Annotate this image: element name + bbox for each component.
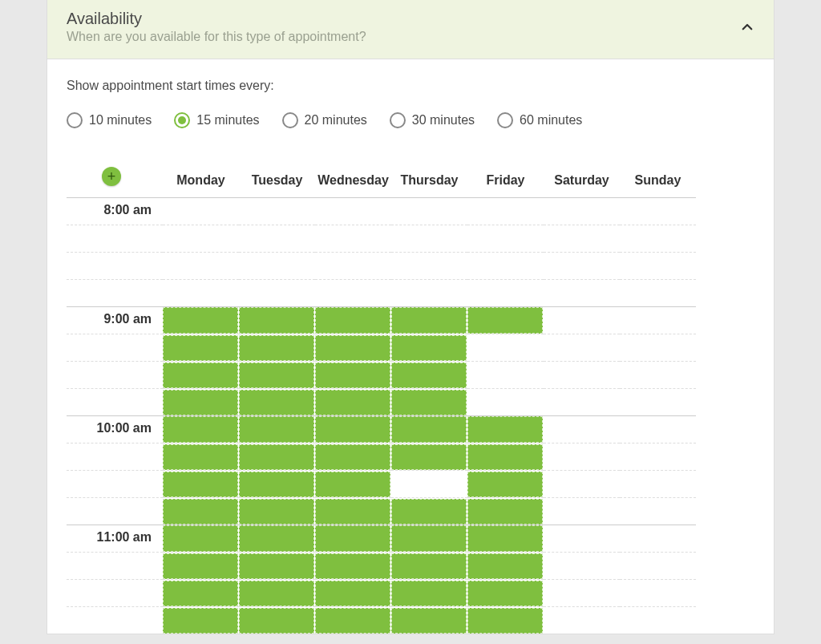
availability-slot[interactable]	[315, 415, 391, 443]
availability-slot[interactable]	[239, 252, 315, 279]
availability-slot[interactable]	[620, 334, 696, 361]
availability-slot[interactable]	[620, 552, 696, 579]
availability-slot[interactable]	[163, 525, 239, 552]
availability-slot[interactable]	[391, 225, 467, 252]
availability-slot[interactable]	[315, 306, 391, 334]
availability-slot[interactable]	[391, 252, 467, 279]
availability-slot[interactable]	[315, 225, 391, 252]
availability-slot[interactable]	[315, 361, 391, 388]
availability-slot[interactable]	[391, 525, 467, 552]
interval-radio-30-minutes[interactable]: 30 minutes	[390, 112, 475, 128]
availability-slot[interactable]	[315, 497, 391, 525]
availability-slot[interactable]	[391, 497, 467, 525]
availability-slot[interactable]	[391, 552, 467, 579]
availability-slot[interactable]	[391, 606, 467, 634]
availability-slot[interactable]	[239, 552, 315, 579]
availability-slot[interactable]	[163, 415, 239, 443]
availability-slot[interactable]	[239, 525, 315, 552]
availability-slot[interactable]	[467, 361, 544, 388]
availability-slot[interactable]	[620, 415, 696, 443]
availability-slot[interactable]	[467, 606, 544, 634]
availability-slot[interactable]	[620, 579, 696, 606]
availability-slot[interactable]	[544, 470, 620, 497]
availability-slot[interactable]	[467, 497, 544, 525]
availability-slot[interactable]	[239, 334, 315, 361]
availability-slot[interactable]	[391, 197, 467, 225]
availability-slot[interactable]	[620, 361, 696, 388]
availability-slot[interactable]	[544, 225, 620, 252]
availability-slot[interactable]	[544, 525, 620, 552]
availability-slot[interactable]	[315, 197, 391, 225]
interval-radio-15-minutes[interactable]: 15 minutes	[174, 112, 259, 128]
availability-slot[interactable]	[163, 443, 239, 470]
availability-slot[interactable]	[544, 443, 620, 470]
availability-slot[interactable]	[239, 361, 315, 388]
availability-slot[interactable]	[620, 470, 696, 497]
add-availability-button[interactable]: +	[102, 167, 121, 186]
availability-slot[interactable]	[544, 415, 620, 443]
availability-slot[interactable]	[391, 415, 467, 443]
availability-slot[interactable]	[315, 443, 391, 470]
availability-slot[interactable]	[239, 225, 315, 252]
availability-slot[interactable]	[163, 197, 239, 225]
availability-slot[interactable]	[467, 197, 544, 225]
availability-slot[interactable]	[315, 252, 391, 279]
availability-slot[interactable]	[544, 279, 620, 306]
availability-slot[interactable]	[467, 552, 544, 579]
availability-slot[interactable]	[467, 306, 544, 334]
availability-slot[interactable]	[467, 252, 544, 279]
availability-slot[interactable]	[544, 579, 620, 606]
availability-slot[interactable]	[315, 470, 391, 497]
interval-radio-10-minutes[interactable]: 10 minutes	[67, 112, 152, 128]
panel-header[interactable]: Availability When are you available for …	[47, 0, 774, 59]
availability-slot[interactable]	[163, 361, 239, 388]
availability-slot[interactable]	[163, 470, 239, 497]
availability-slot[interactable]	[620, 279, 696, 306]
availability-slot[interactable]	[315, 606, 391, 634]
availability-slot[interactable]	[620, 306, 696, 334]
availability-slot[interactable]	[239, 443, 315, 470]
availability-slot[interactable]	[163, 388, 239, 415]
availability-slot[interactable]	[391, 361, 467, 388]
availability-slot[interactable]	[239, 306, 315, 334]
availability-slot[interactable]	[467, 388, 544, 415]
availability-slot[interactable]	[315, 388, 391, 415]
availability-slot[interactable]	[544, 606, 620, 634]
availability-slot[interactable]	[467, 415, 544, 443]
availability-slot[interactable]	[544, 306, 620, 334]
availability-slot[interactable]	[620, 525, 696, 552]
availability-slot[interactable]	[544, 361, 620, 388]
availability-slot[interactable]	[315, 525, 391, 552]
availability-slot[interactable]	[163, 279, 239, 306]
availability-slot[interactable]	[239, 415, 315, 443]
availability-slot[interactable]	[239, 279, 315, 306]
availability-slot[interactable]	[239, 606, 315, 634]
availability-slot[interactable]	[163, 225, 239, 252]
availability-slot[interactable]	[391, 443, 467, 470]
availability-slot[interactable]	[391, 306, 467, 334]
availability-slot[interactable]	[620, 225, 696, 252]
availability-slot[interactable]	[544, 388, 620, 415]
availability-slot[interactable]	[467, 470, 544, 497]
availability-slot[interactable]	[544, 197, 620, 225]
availability-slot[interactable]	[391, 279, 467, 306]
availability-slot[interactable]	[239, 470, 315, 497]
interval-radio-60-minutes[interactable]: 60 minutes	[497, 112, 582, 128]
availability-slot[interactable]	[315, 279, 391, 306]
availability-slot[interactable]	[163, 606, 239, 634]
availability-slot[interactable]	[391, 470, 467, 497]
availability-slot[interactable]	[239, 579, 315, 606]
availability-slot[interactable]	[620, 497, 696, 525]
availability-slot[interactable]	[239, 197, 315, 225]
availability-slot[interactable]	[620, 252, 696, 279]
availability-slot[interactable]	[620, 606, 696, 634]
availability-slot[interactable]	[163, 334, 239, 361]
availability-slot[interactable]	[544, 334, 620, 361]
availability-slot[interactable]	[239, 497, 315, 525]
availability-slot[interactable]	[163, 552, 239, 579]
availability-slot[interactable]	[467, 579, 544, 606]
availability-slot[interactable]	[315, 552, 391, 579]
availability-slot[interactable]	[467, 334, 544, 361]
availability-slot[interactable]	[315, 579, 391, 606]
chevron-up-icon[interactable]	[740, 20, 754, 34]
